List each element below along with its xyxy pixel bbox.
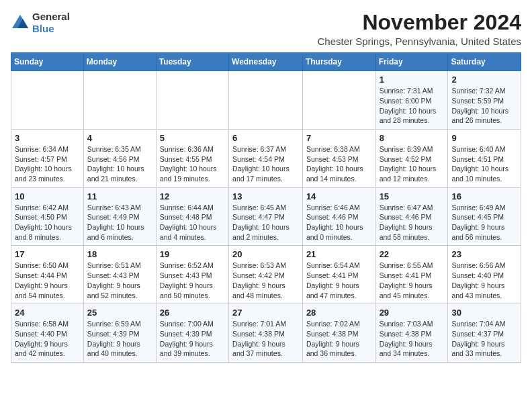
day-number: 28: [306, 308, 372, 318]
day-detail: Sunrise: 7:03 AM Sunset: 4:38 PM Dayligh…: [380, 319, 445, 359]
calendar-cell: 4Sunrise: 6:35 AM Sunset: 4:56 PM Daylig…: [83, 129, 156, 187]
day-detail: Sunrise: 6:38 AM Sunset: 4:53 PM Dayligh…: [306, 144, 372, 184]
day-number: 13: [232, 191, 299, 201]
month-title: November 2024: [318, 11, 522, 34]
calendar-cell: 20Sunrise: 6:53 AM Sunset: 4:42 PM Dayli…: [229, 246, 303, 304]
calendar-cell: 13Sunrise: 6:45 AM Sunset: 4:47 PM Dayli…: [229, 187, 303, 246]
day-number: 15: [380, 191, 445, 201]
day-detail: Sunrise: 6:39 AM Sunset: 4:52 PM Dayligh…: [380, 144, 445, 184]
calendar-cell: 6Sunrise: 6:37 AM Sunset: 4:54 PM Daylig…: [229, 129, 303, 187]
calendar-cell: 21Sunrise: 6:54 AM Sunset: 4:41 PM Dayli…: [302, 246, 375, 304]
logo-icon: [11, 13, 30, 32]
calendar-cell: 10Sunrise: 6:42 AM Sunset: 4:50 PM Dayli…: [11, 187, 84, 246]
weekday-header-friday: Friday: [375, 53, 448, 71]
day-number: 25: [87, 308, 152, 318]
day-detail: Sunrise: 7:04 AM Sunset: 4:37 PM Dayligh…: [451, 319, 517, 359]
calendar-cell: 3Sunrise: 6:34 AM Sunset: 4:57 PM Daylig…: [11, 129, 84, 187]
weekday-header-saturday: Saturday: [448, 53, 521, 71]
week-row-2: 10Sunrise: 6:42 AM Sunset: 4:50 PM Dayli…: [11, 187, 521, 246]
day-number: 11: [87, 191, 152, 201]
calendar-cell: [156, 71, 228, 130]
day-detail: Sunrise: 6:51 AM Sunset: 4:43 PM Dayligh…: [87, 261, 152, 300]
day-detail: Sunrise: 7:32 AM Sunset: 5:59 PM Dayligh…: [451, 86, 517, 126]
weekday-header-thursday: Thursday: [302, 53, 375, 71]
day-detail: Sunrise: 6:45 AM Sunset: 4:47 PM Dayligh…: [232, 203, 299, 242]
day-number: 1: [380, 75, 445, 85]
day-number: 24: [15, 308, 80, 318]
day-detail: Sunrise: 7:01 AM Sunset: 4:38 PM Dayligh…: [232, 319, 299, 359]
day-detail: Sunrise: 7:00 AM Sunset: 4:39 PM Dayligh…: [160, 319, 225, 359]
calendar-cell: 7Sunrise: 6:38 AM Sunset: 4:53 PM Daylig…: [302, 129, 375, 187]
day-number: 4: [87, 133, 152, 143]
day-number: 10: [15, 191, 80, 201]
calendar-cell: 2Sunrise: 7:32 AM Sunset: 5:59 PM Daylig…: [448, 71, 521, 130]
calendar-cell: [11, 71, 84, 130]
calendar-cell: 28Sunrise: 7:02 AM Sunset: 4:38 PM Dayli…: [302, 304, 375, 363]
day-detail: Sunrise: 6:55 AM Sunset: 4:41 PM Dayligh…: [380, 261, 445, 300]
day-number: 3: [15, 133, 80, 143]
calendar-cell: 12Sunrise: 6:44 AM Sunset: 4:48 PM Dayli…: [156, 187, 228, 246]
day-detail: Sunrise: 6:52 AM Sunset: 4:43 PM Dayligh…: [160, 261, 225, 300]
day-number: 6: [232, 133, 299, 143]
calendar-cell: 8Sunrise: 6:39 AM Sunset: 4:52 PM Daylig…: [375, 129, 448, 187]
day-number: 18: [87, 249, 152, 259]
day-number: 26: [160, 308, 225, 318]
day-detail: Sunrise: 6:40 AM Sunset: 4:51 PM Dayligh…: [451, 144, 517, 184]
weekday-header-tuesday: Tuesday: [156, 53, 228, 71]
day-detail: Sunrise: 6:58 AM Sunset: 4:40 PM Dayligh…: [15, 319, 80, 359]
day-number: 12: [160, 191, 225, 201]
calendar-cell: 16Sunrise: 6:49 AM Sunset: 4:45 PM Dayli…: [448, 187, 521, 246]
logo-blue: Blue: [32, 23, 70, 35]
calendar-cell: 30Sunrise: 7:04 AM Sunset: 4:37 PM Dayli…: [448, 304, 521, 363]
day-detail: Sunrise: 6:44 AM Sunset: 4:48 PM Dayligh…: [160, 203, 225, 242]
day-number: 29: [380, 308, 445, 318]
day-number: 9: [451, 133, 517, 143]
calendar-cell: 23Sunrise: 6:56 AM Sunset: 4:40 PM Dayli…: [448, 246, 521, 304]
week-row-4: 24Sunrise: 6:58 AM Sunset: 4:40 PM Dayli…: [11, 304, 521, 363]
calendar-cell: 29Sunrise: 7:03 AM Sunset: 4:38 PM Dayli…: [375, 304, 448, 363]
day-detail: Sunrise: 6:34 AM Sunset: 4:57 PM Dayligh…: [15, 144, 80, 184]
calendar-cell: 14Sunrise: 6:46 AM Sunset: 4:46 PM Dayli…: [302, 187, 375, 246]
day-number: 7: [306, 133, 372, 143]
calendar-header-row: SundayMondayTuesdayWednesdayThursdayFrid…: [11, 53, 521, 71]
day-number: 21: [306, 249, 372, 259]
day-number: 8: [380, 133, 445, 143]
day-number: 27: [232, 308, 299, 318]
calendar-cell: 15Sunrise: 6:47 AM Sunset: 4:46 PM Dayli…: [375, 187, 448, 246]
day-detail: Sunrise: 6:53 AM Sunset: 4:42 PM Dayligh…: [232, 261, 299, 300]
weekday-header-wednesday: Wednesday: [229, 53, 303, 71]
week-row-3: 17Sunrise: 6:50 AM Sunset: 4:44 PM Dayli…: [11, 246, 521, 304]
day-number: 20: [232, 249, 299, 259]
calendar-cell: 5Sunrise: 6:36 AM Sunset: 4:55 PM Daylig…: [156, 129, 228, 187]
day-detail: Sunrise: 7:31 AM Sunset: 6:00 PM Dayligh…: [380, 86, 445, 126]
header: General Blue November 2024 Chester Sprin…: [11, 11, 521, 47]
weekday-header-monday: Monday: [83, 53, 156, 71]
week-row-1: 3Sunrise: 6:34 AM Sunset: 4:57 PM Daylig…: [11, 129, 521, 187]
day-number: 30: [451, 308, 517, 318]
day-detail: Sunrise: 6:42 AM Sunset: 4:50 PM Dayligh…: [15, 203, 80, 242]
calendar-cell: [302, 71, 375, 130]
day-detail: Sunrise: 6:54 AM Sunset: 4:41 PM Dayligh…: [306, 261, 372, 300]
day-number: 17: [15, 249, 80, 259]
calendar-cell: [229, 71, 303, 130]
day-number: 14: [306, 191, 372, 201]
day-number: 5: [160, 133, 225, 143]
day-detail: Sunrise: 6:50 AM Sunset: 4:44 PM Dayligh…: [15, 261, 80, 300]
day-detail: Sunrise: 6:36 AM Sunset: 4:55 PM Dayligh…: [160, 144, 225, 184]
calendar-cell: 9Sunrise: 6:40 AM Sunset: 4:51 PM Daylig…: [448, 129, 521, 187]
week-row-0: 1Sunrise: 7:31 AM Sunset: 6:00 PM Daylig…: [11, 71, 521, 130]
day-detail: Sunrise: 7:02 AM Sunset: 4:38 PM Dayligh…: [306, 319, 372, 359]
location-title: Chester Springs, Pennsylvania, United St…: [318, 36, 522, 47]
day-detail: Sunrise: 6:59 AM Sunset: 4:39 PM Dayligh…: [87, 319, 152, 359]
calendar-cell: 1Sunrise: 7:31 AM Sunset: 6:00 PM Daylig…: [375, 71, 448, 130]
day-number: 23: [451, 249, 517, 259]
title-area: November 2024 Chester Springs, Pennsylva…: [318, 11, 522, 47]
calendar-cell: 19Sunrise: 6:52 AM Sunset: 4:43 PM Dayli…: [156, 246, 228, 304]
day-detail: Sunrise: 6:49 AM Sunset: 4:45 PM Dayligh…: [451, 203, 517, 242]
calendar-cell: 24Sunrise: 6:58 AM Sunset: 4:40 PM Dayli…: [11, 304, 84, 363]
calendar: SundayMondayTuesdayWednesdayThursdayFrid…: [11, 52, 521, 363]
calendar-cell: 27Sunrise: 7:01 AM Sunset: 4:38 PM Dayli…: [229, 304, 303, 363]
calendar-cell: [83, 71, 156, 130]
calendar-cell: 11Sunrise: 6:43 AM Sunset: 4:49 PM Dayli…: [83, 187, 156, 246]
day-number: 16: [451, 191, 517, 201]
